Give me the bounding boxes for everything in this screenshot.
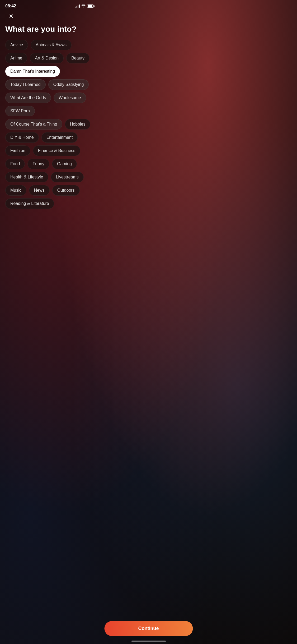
tag-pill[interactable]: Outdoors: [52, 185, 80, 196]
wifi-icon: [81, 4, 86, 8]
tag-pill[interactable]: News: [29, 185, 50, 196]
tag-pill[interactable]: Gaming: [52, 159, 77, 169]
tag-pill[interactable]: Music: [5, 185, 26, 196]
tag-pill[interactable]: Art & Design: [30, 53, 64, 63]
page-title: What are you into?: [5, 24, 94, 34]
tag-pill[interactable]: Entertainment: [41, 132, 78, 143]
status-bar: 08:42: [0, 0, 99, 11]
signal-icon: [75, 4, 80, 8]
tag-pill[interactable]: Today I Learned: [5, 79, 46, 90]
tag-pill[interactable]: Advice: [5, 40, 28, 50]
tag-pill[interactable]: Damn That's Interesting: [5, 66, 60, 77]
tag-pill[interactable]: Oddly Satisfying: [48, 79, 89, 90]
tag-pill[interactable]: Health & Lifestyle: [5, 172, 48, 182]
tag-pill[interactable]: Wholesome: [54, 93, 86, 103]
battery-icon: [87, 4, 94, 8]
tag-pill[interactable]: Livestreams: [51, 172, 84, 182]
tag-pill[interactable]: Funny: [27, 159, 49, 169]
close-icon: ✕: [9, 13, 13, 20]
tag-pill[interactable]: DIY & Home: [5, 132, 39, 143]
tag-pill[interactable]: Hobbies: [65, 119, 91, 130]
status-time: 08:42: [5, 4, 16, 8]
tag-pill[interactable]: What Are the Odds: [5, 93, 51, 103]
tag-pill[interactable]: Finance & Business: [33, 145, 80, 156]
close-button[interactable]: ✕: [5, 11, 17, 22]
tag-pill[interactable]: Food: [5, 159, 25, 169]
tag-pill[interactable]: SFW Porn: [5, 106, 35, 116]
tag-pill[interactable]: Anime: [5, 53, 27, 63]
tag-pill[interactable]: Animals & Awws: [31, 40, 72, 50]
tag-pill[interactable]: Beauty: [66, 53, 89, 63]
tag-pill[interactable]: Reading & Literature: [5, 198, 54, 209]
tag-pill[interactable]: Of Course That's a Thing: [5, 119, 62, 130]
tags-container: AdviceAnimals & AwwsAnimeArt & DesignBea…: [5, 40, 94, 209]
status-icons: [75, 4, 94, 8]
tag-pill[interactable]: Fashion: [5, 145, 30, 156]
